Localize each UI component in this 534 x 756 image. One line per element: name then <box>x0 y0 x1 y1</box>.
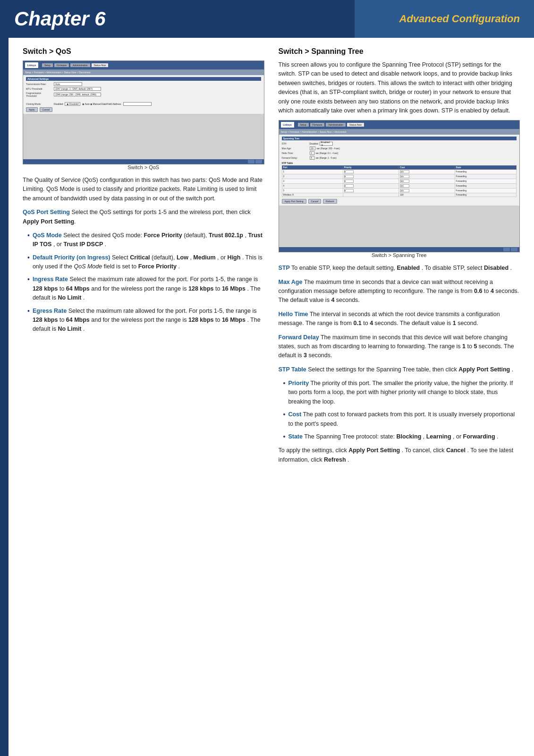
sim-header-bar: Linksys Setup Firmware Administration St… <box>23 61 264 69</box>
qos-port-setting-text: Select the QoS settings for ports 1-5 an… <box>70 209 251 215</box>
stp-refresh-btn: Refresh <box>323 199 337 204</box>
bullet-item-state: • State The Spanning Tree protocol: stat… <box>283 432 520 441</box>
stp-sim-row-maxage: Max Age: 20 sec (Range: 200 - 4 sec) <box>282 146 517 150</box>
qos-port-setting-label: QoS Port Setting <box>23 209 70 215</box>
stp-sim-tab-setup: Setup <box>298 123 309 127</box>
bullet-item-priority: • Priority The priority of this port. Th… <box>283 379 520 406</box>
sim-row-1: Transmission Rate: Auto <box>26 82 261 86</box>
stp-table-label: STP Table <box>282 162 517 164</box>
page-header: Chapter 6 Advanced Configuration <box>0 0 534 38</box>
bullet-item-qos-mode: • QoS Mode Select the desired QoS mode: … <box>27 231 264 249</box>
stp-table-row-3: 3 Forwarding <box>282 179 517 184</box>
stp-sim-tab-admin: Administration <box>326 123 346 127</box>
stp-sim-row-fwddelay: Forward Delay: 5 sec (Range: 1 - 5 sec) <box>282 156 517 160</box>
qos-section-title: Switch > QoS <box>23 47 264 56</box>
stp-sim-tab-firmware: Firmware <box>310 123 325 127</box>
qos-screenshot-caption: Switch > QoS <box>23 164 264 170</box>
sim-apply-btn: Apply <box>26 107 38 112</box>
stp-intro: This screen allows you to configure the … <box>279 60 520 115</box>
stp-section-title: Switch > Spanning Tree <box>279 47 520 56</box>
sim-row-3: FragmentationThreshold: 2346 (range: 256… <box>26 92 261 97</box>
stp-apply-btn: Apply Port Setting <box>282 199 306 204</box>
sim-tab-admin: Administration <box>70 63 90 67</box>
stp-sim-header-bar: Linksys Setup Firmware Administration St… <box>279 120 520 129</box>
stp-sim-row-hello: Hello Time: 2 sec (Range: 0.1 - 4 sec) <box>282 151 517 155</box>
stp-table-row-4: 4 Forwarding <box>282 184 517 189</box>
stp-sim-status-bar <box>279 247 520 252</box>
sim-tab-setup: Setup <box>42 63 53 67</box>
sim-row-2: MTU Threshold: 1047 (range: 1 - DNT, def… <box>26 87 261 91</box>
sim-body-qos: Advanced Settings Transmission Rate: Aut… <box>23 75 264 114</box>
advanced-config-title: Advanced Configuration <box>369 13 520 25</box>
stp-screenshot: Linksys Setup Firmware Administration St… <box>279 120 520 252</box>
stp-section-label: Spanning Tree <box>282 137 517 140</box>
left-accent-bar <box>0 38 8 756</box>
sim-status-bar <box>23 159 264 164</box>
stp-sim-sub-header: Setup > Firmware > Administration > Stat… <box>279 129 520 135</box>
left-column: Switch > QoS Linksys Setup Firmware Admi… <box>23 47 264 742</box>
stp-table-row-2: 2 Forwarding <box>282 174 517 179</box>
bullet-item-egress-rate: • Egress Rate Select the maximum rate al… <box>27 307 264 334</box>
bullet-item-default-priority: • Default Priority (on Ingress) Select C… <box>27 253 264 272</box>
stp-item-stp: STP To enable STP, keep the default sett… <box>279 264 520 273</box>
qos-intro: The Quality of Service (QoS) configurati… <box>23 176 264 203</box>
qos-bullet-list: • QoS Mode Select the desired QoS mode: … <box>27 231 264 334</box>
stp-footer-para: To apply the settings, click Apply Port … <box>279 446 520 464</box>
sim-cancel-btn: Cancel <box>40 107 53 112</box>
stp-bullet-list: • Priority The priority of this port. Th… <box>283 379 520 441</box>
stp-item-hello: Hello Time The interval in seconds at wh… <box>279 310 520 328</box>
sim-button-row: Apply Cancel <box>26 107 261 112</box>
sim-row-5: Cloning Mode: Disabled ◉ Disabled ◉ Auto… <box>26 102 261 106</box>
stp-table-row-wireless: Wireless: 8 100 Forwarding <box>282 193 517 197</box>
sim-row-4 <box>26 98 261 101</box>
stp-sim-button-row: Apply Port Setting Cancel Refresh <box>282 199 517 204</box>
stp-cancel-btn: Cancel <box>308 199 322 204</box>
sim-tab-status: Status-Now <box>92 63 109 67</box>
stp-screenshot-caption: Switch > Spanning Tree <box>279 252 520 258</box>
sim-logo: Linksys <box>25 62 38 68</box>
right-column: Switch > Spanning Tree This screen allow… <box>279 47 520 742</box>
advanced-config-area: Advanced Configuration <box>355 0 534 38</box>
sim-sub-header: Setup > Firmware > Administration > Stat… <box>23 69 264 75</box>
main-content: Switch > QoS Linksys Setup Firmware Admi… <box>8 38 534 756</box>
chapter-title: Chapter 6 <box>14 8 106 30</box>
sim-tab-firmware: Firmware <box>54 63 69 67</box>
stp-sim-row-stp: STP: Enabled Enabled ▼ <box>282 142 517 146</box>
stp-sim-body: Spanning Tree STP: Enabled Enabled ▼ Max… <box>279 135 520 206</box>
stp-sim-logo: Linksys <box>281 122 294 128</box>
bullet-item-cost: • Cost The path cost to forward packets … <box>283 410 520 429</box>
qos-port-setting-para: QoS Port Setting Select the QoS settings… <box>23 208 264 226</box>
stp-item-maxage: Max Age The maximum time in seconds that… <box>279 278 520 305</box>
sim-section-label: Advanced Settings <box>26 77 261 81</box>
stp-item-table: STP Table Select the settings for the Sp… <box>279 365 520 374</box>
apply-port-setting-bold: Apply Port Setting <box>23 218 74 225</box>
content-wrapper: Switch > QoS Linksys Setup Firmware Admi… <box>0 38 534 756</box>
stp-sim-tab-status: Status-Now <box>347 123 364 127</box>
stp-table-row-5: 5 Forwarding <box>282 189 517 193</box>
bullet-item-ingress-rate: • Ingress Rate Select the maximum rate a… <box>27 275 264 302</box>
stp-table: Port Priority Cost State 1 For <box>282 165 517 197</box>
chapter-title-area: Chapter 6 <box>0 0 355 38</box>
stp-item-fwddelay: Forward Delay The maximum time in second… <box>279 333 520 361</box>
qos-screenshot: Linksys Setup Firmware Administration St… <box>23 60 264 164</box>
stp-table-row-1: 1 Forwarding <box>282 170 517 174</box>
